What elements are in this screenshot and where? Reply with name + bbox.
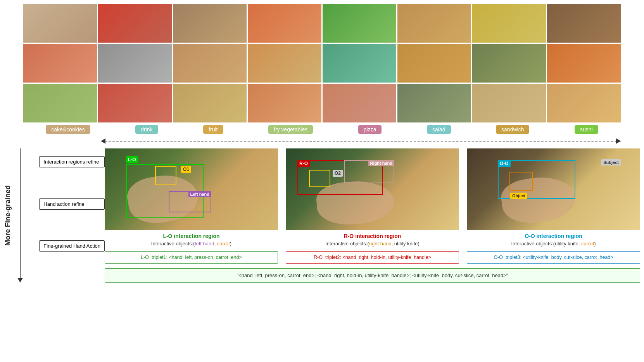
o1-bbox: O1 <box>155 166 176 185</box>
obj-tag: Object <box>510 193 527 199</box>
o1-tag: O1 <box>181 166 191 173</box>
grid-image-10 <box>98 44 172 83</box>
vert-arrow-head <box>17 278 23 283</box>
oo-tag: O-O <box>498 160 511 167</box>
grid-image-19 <box>173 84 247 122</box>
grid-image-12 <box>248 44 321 83</box>
grid-image-17 <box>23 84 97 122</box>
grid-image-8 <box>547 4 621 43</box>
right-hand-tag: Right hand <box>368 160 394 166</box>
oo-obj-carrot: carrot <box>581 241 594 247</box>
o2-bbox: O2 <box>309 170 330 187</box>
scene-block-ro: R-O O2 Right hand R-O interaction region… <box>286 148 459 249</box>
grid-image-24 <box>547 84 621 122</box>
ro-obj-hand: right hand <box>369 241 392 247</box>
category-labels-row: cake&cookies drink fruit fry vegetables … <box>0 123 644 134</box>
vertical-arrow <box>17 148 23 283</box>
interaction-regions-label: Interaction regions refine <box>39 156 105 167</box>
grid-image-23 <box>472 84 546 122</box>
scene-block-oo: O-O Subject Object O-O interaction regio… <box>467 148 640 249</box>
cat-label-drink: drink <box>135 125 158 134</box>
lo-interactive-objects: Interactive objects:(left hand, carrot) <box>151 241 231 247</box>
lo-interaction-title: L-O interaction region <box>163 233 219 239</box>
cat-label-sushi: sushi <box>575 125 598 134</box>
lo-tag: L-O <box>126 156 138 163</box>
bottom-section: More Fine-grained Interaction regions re… <box>0 148 644 283</box>
grid-image-1 <box>23 4 97 43</box>
oo-interactive-objects: Interactive objects:(utility knife, carr… <box>511 241 596 247</box>
more-fine-grained-label: More Fine-grained <box>4 185 12 246</box>
scene-block-lo: L-O O1 Left hand L-O interaction region … <box>105 148 278 249</box>
grid-image-2 <box>98 4 172 43</box>
subject-tag: Subject <box>601 159 621 165</box>
cat-label-pizza: pizza <box>358 125 382 134</box>
arrow-right-head <box>616 138 621 144</box>
grid-image-13 <box>323 44 396 83</box>
grid-image-3 <box>173 4 247 43</box>
triplet-row: L-O_triplet1: <hand_left, press-on, carr… <box>105 251 640 264</box>
triplet-oo: O-O_triplet3: <utility-knife_body, cut-s… <box>467 251 640 264</box>
grid-image-14 <box>397 44 471 83</box>
right-hand-bbox: Right hand <box>344 160 394 183</box>
main-content-area: L-O O1 Left hand L-O interaction region … <box>105 148 640 283</box>
scene-images-row: L-O O1 Left hand L-O interaction region … <box>105 148 640 249</box>
fine-grained-row: "<hand_left, press-on, carrot_end>; <han… <box>105 268 640 283</box>
left-labels-area: More Fine-grained Interaction regions re… <box>4 148 105 283</box>
grid-image-7 <box>472 4 546 43</box>
ro-tag: R-O <box>297 160 310 167</box>
grid-image-11 <box>173 44 247 83</box>
cat-label-salad: salad <box>427 125 451 134</box>
ro-interaction-title: R-O interaction region <box>344 233 401 239</box>
left-hand-bbox: Left hand <box>169 191 211 212</box>
triplet-ro: R-O_triplet2: <hand_right, hold-in, util… <box>286 251 459 264</box>
cat-label-fruit: fruit <box>203 125 223 134</box>
hand-action-label: Hand action refine <box>39 198 105 210</box>
grid-image-5 <box>323 4 396 43</box>
grid-image-22 <box>397 84 471 122</box>
triplet-lo: L-O_triplet1: <hand_left, press-on, carr… <box>105 251 278 264</box>
ro-interactive-objects: Interactive objects:(right hand, utility… <box>325 241 420 247</box>
grid-image-18 <box>98 84 172 122</box>
cat-label-sandwich: sandwich <box>496 125 529 134</box>
fine-grained-output: "<hand_left, press-on, carrot_end>; <han… <box>105 268 640 283</box>
oo-interaction-title: O-O interaction region <box>525 233 582 239</box>
vertical-label-container: More Fine-grained <box>4 148 12 283</box>
cat-label-cake: cake&cookies <box>46 125 90 134</box>
left-hand-tag: Left hand <box>188 191 212 197</box>
grid-image-20 <box>248 84 321 122</box>
scene-image-lo: L-O O1 Left hand <box>105 148 278 230</box>
grid-image-16 <box>547 44 621 83</box>
scene-image-ro: R-O O2 Right hand <box>286 148 459 230</box>
grid-image-15 <box>472 44 546 83</box>
dashed-line <box>101 141 621 141</box>
o2-tag: O2 <box>333 170 343 177</box>
grid-image-6 <box>397 4 471 43</box>
scene-image-oo: O-O Subject Object <box>467 148 640 230</box>
vert-arrow-line <box>20 148 21 278</box>
fine-grained-label: Fine-grained Hand Action <box>39 240 105 252</box>
cat-label-fry: fry vegetables <box>268 125 313 134</box>
obj-bbox: Object <box>509 172 533 191</box>
grid-image-4 <box>248 4 321 43</box>
lo-obj-carrot: carrot <box>217 241 230 247</box>
top-image-grid <box>0 0 644 122</box>
grid-image-21 <box>323 84 396 122</box>
side-labels-container: Interaction regions refine Hand action r… <box>39 148 105 283</box>
dashed-arrow <box>101 136 621 145</box>
lo-obj-hand: left hand <box>195 241 214 247</box>
grid-image-9 <box>23 44 97 83</box>
